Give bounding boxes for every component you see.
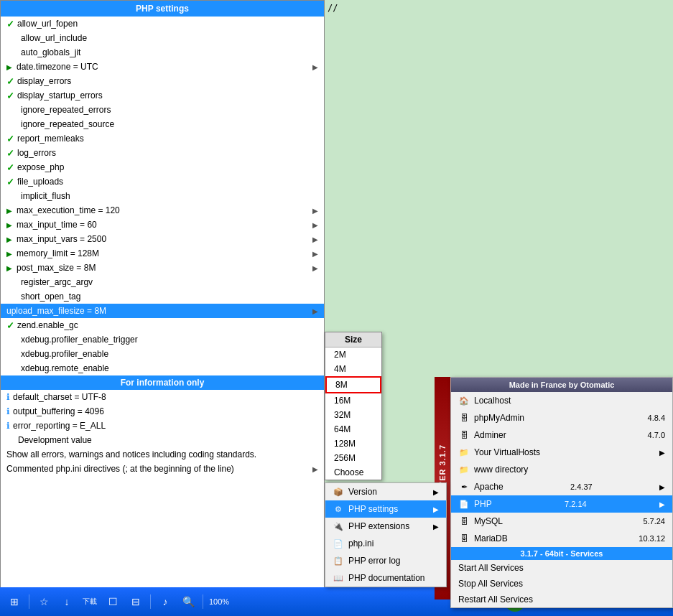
wamp-menu-header: Made in France by Otomatic	[451, 378, 672, 392]
php-setting-item-implicit_flush[interactable]: implicit_flush	[1, 189, 324, 203]
php-setting-item-short_open_tag[interactable]: short_open_tag	[1, 289, 324, 304]
info-item-show_all_errors[interactable]: Show all errors, warnings and notices in…	[1, 447, 324, 462]
db-icon: 🗄	[458, 412, 470, 424]
submenu-arrow-icon: ▶	[659, 483, 665, 491]
wamp-menu-item-apache[interactable]: ✒Apache2.4.37▶	[451, 478, 672, 495]
taskbar-zoom: 100%	[209, 597, 229, 606]
php-setting-item-report_memleaks[interactable]: ✓report_memleaks	[1, 131, 324, 146]
pen-icon: ✒	[458, 481, 470, 493]
info-item-error_reporting[interactable]: ℹerror_reporting = E_ALL	[1, 419, 324, 433]
taskbar-icon-1[interactable]: ☆	[34, 592, 54, 612]
setting-label: xdebug.profiler_enable_trigger	[21, 335, 138, 345]
taskbar-icon-2[interactable]: ↓	[57, 592, 77, 612]
size-option-256m[interactable]: 256M	[325, 451, 381, 465]
menu-item-label: www directory	[474, 465, 528, 475]
submenu-arrow-icon: ▶	[312, 250, 318, 258]
size-option-16m[interactable]: 16M	[325, 393, 381, 408]
php-icon: 📄	[458, 498, 470, 510]
ctx-item-label: PHP documentation	[348, 573, 425, 583]
php-setting-item-xdebug_profiler_enable[interactable]: xdebug.profiler_enable	[1, 347, 324, 361]
info-icon: ℹ	[6, 421, 10, 431]
php-setting-item-allow_url_include[interactable]: allow_url_include	[1, 31, 324, 45]
wamp-menu-item-mariadb[interactable]: 🗄MariaDB10.3.12	[451, 530, 672, 547]
size-option-128m[interactable]: 128M	[325, 437, 381, 451]
service-item-restart_all[interactable]: Restart All Services	[451, 592, 672, 607]
ctx-menu-item-php_settings[interactable]: ⚙PHP settings▶	[325, 500, 446, 518]
info-item-default_charset[interactable]: ℹdefault_charset = UTF-8	[1, 390, 324, 404]
ctx-menu-item-php_ini[interactable]: 📄php.ini	[325, 535, 446, 552]
setting-label: ignore_repeated_source	[21, 119, 114, 129]
php-setting-item-log_errors[interactable]: ✓log_errors	[1, 146, 324, 160]
php-setting-item-max_input_time[interactable]: ▶max_input_time = 60▶	[1, 218, 324, 232]
php-setting-item-xdebug_profiler_enable_trigger[interactable]: xdebug.profiler_enable_trigger	[1, 332, 324, 347]
ctx-menu-item-version[interactable]: 📦Version▶	[325, 483, 446, 500]
setting-label: display_errors	[17, 76, 71, 86]
php-setting-item-file_uploads[interactable]: ✓file_uploads	[1, 174, 324, 189]
php-setting-item-xdebug_remote_enable[interactable]: xdebug.remote_enable	[1, 361, 324, 375]
php-setting-item-max_input_vars[interactable]: ▶max_input_vars = 2500▶	[1, 232, 324, 246]
menu-icon: 🔌	[333, 521, 344, 532]
info-item-dev_value[interactable]: Development value	[1, 433, 324, 447]
wamp-menu-item-virtual_hosts[interactable]: 📁Your VirtualHosts▶	[451, 444, 672, 461]
taskbar-search-icon[interactable]: 🔍	[178, 592, 198, 612]
setting-label: short_open_tag	[21, 291, 80, 302]
menu-icon: 📋	[333, 555, 344, 566]
check-icon: ✓	[6, 134, 14, 144]
php-setting-item-post_max_size[interactable]: ▶post_max_size = 8M▶	[1, 261, 324, 275]
wamp-menu-item-mysql[interactable]: 🗄MySQL5.7.24	[451, 513, 672, 530]
editor-area: //	[325, 0, 673, 332]
service-item-stop_all[interactable]: Stop All Services	[451, 576, 672, 592]
ctx-menu-item-php_documentation[interactable]: 📖PHP documentation	[325, 569, 446, 587]
taskbar-sep-1	[29, 594, 29, 609]
size-option-32m[interactable]: 32M	[325, 408, 381, 422]
info-item-commented_directives[interactable]: Commented php.ini directives (; at the b…	[1, 462, 324, 476]
size-option-4m[interactable]: 4M	[325, 362, 381, 376]
ctx-item-label: php.ini	[348, 538, 373, 549]
info-item-output_buffering[interactable]: ℹoutput_buffering = 4096	[1, 404, 324, 419]
php-setting-item-display_errors[interactable]: ✓display_errors	[1, 74, 324, 88]
taskbar-icon-6[interactable]: ♪	[155, 592, 175, 612]
wamp-menu-item-adminer[interactable]: 🗄Adminer4.7.0	[451, 426, 672, 444]
php-setting-item-ignore_repeated_source[interactable]: ignore_repeated_source	[1, 117, 324, 131]
wamp-menu-item-localhost[interactable]: 🏠Localhost	[451, 392, 672, 409]
setting-label: zend.enable_gc	[17, 320, 78, 330]
wamp-menu-item-phpmyadmin[interactable]: 🗄phpMyAdmin4.8.4	[451, 409, 672, 426]
db-icon: 🗄	[458, 429, 470, 441]
menu-item-label: Localhost	[474, 396, 511, 406]
php-setting-item-allow_url_fopen[interactable]: ✓allow_url_fopen	[1, 17, 324, 31]
ctx-menu-item-php_error_log[interactable]: 📋PHP error log	[325, 552, 446, 569]
taskbar-icon-4[interactable]: ☐	[103, 592, 123, 612]
setting-label: max_input_time = 60	[17, 220, 97, 230]
php-setting-item-max_execution_time[interactable]: ▶max_execution_time = 120▶	[1, 203, 324, 218]
php-setting-item-memory_limit[interactable]: ▶memory_limit = 128M▶	[1, 246, 324, 261]
size-option-choose[interactable]: Choose	[325, 465, 381, 480]
php-setting-item-upload_max_filesize[interactable]: upload_max_filesize = 8M▶	[1, 304, 324, 318]
setting-label: xdebug.remote_enable	[21, 363, 109, 373]
menu-item-label: MariaDB	[474, 533, 508, 543]
setting-label: ignore_repeated_errors	[21, 105, 111, 115]
php-setting-item-display_startup_errors[interactable]: ✓display_startup_errors	[1, 88, 324, 103]
ctx-menu-item-php_extensions[interactable]: 🔌PHP extensions▶	[325, 518, 446, 535]
ctx-item-label: PHP error log	[348, 556, 400, 566]
php-settings-list: ✓allow_url_fopenallow_url_includeauto_gl…	[1, 17, 324, 587]
service-item-start_all[interactable]: Start All Services	[451, 560, 672, 576]
php-setting-item-date_timezone[interactable]: ▶date.timezone = UTC▶	[1, 60, 324, 74]
wamp-menu-item-php[interactable]: 📄PHP7.2.14▶	[451, 495, 672, 513]
taskbar-start-icon[interactable]: ⊞	[4, 592, 24, 612]
taskbar-icon-5[interactable]: ⊟	[126, 592, 146, 612]
size-option-2m[interactable]: 2M	[325, 347, 381, 362]
php-settings-panel: PHP settings ✓allow_url_fopenallow_url_i…	[0, 0, 325, 589]
php-setting-item-ignore_repeated_errors[interactable]: ignore_repeated_errors	[1, 103, 324, 117]
taskbar-sep-2	[150, 594, 151, 609]
wamp-menu-item-www_directory[interactable]: 📁www directory	[451, 461, 672, 478]
menu-item-label: Your VirtualHosts	[474, 447, 540, 457]
size-option-64m[interactable]: 64M	[325, 422, 381, 437]
info-label: output_buffering = 4096	[13, 406, 104, 416]
php-setting-item-register_argc_argv[interactable]: register_argc_argv	[1, 275, 324, 289]
size-option-8m[interactable]: 8M	[325, 376, 381, 393]
php-setting-item-zend_enable_gc[interactable]: ✓zend.enable_gc	[1, 318, 324, 332]
php-setting-item-auto_globals_jit[interactable]: auto_globals_jit	[1, 45, 324, 60]
taskbar-icon-3[interactable]: 下載	[80, 592, 100, 612]
php-setting-item-expose_php[interactable]: ✓expose_php	[1, 160, 324, 174]
setting-label: file_uploads	[17, 177, 63, 187]
